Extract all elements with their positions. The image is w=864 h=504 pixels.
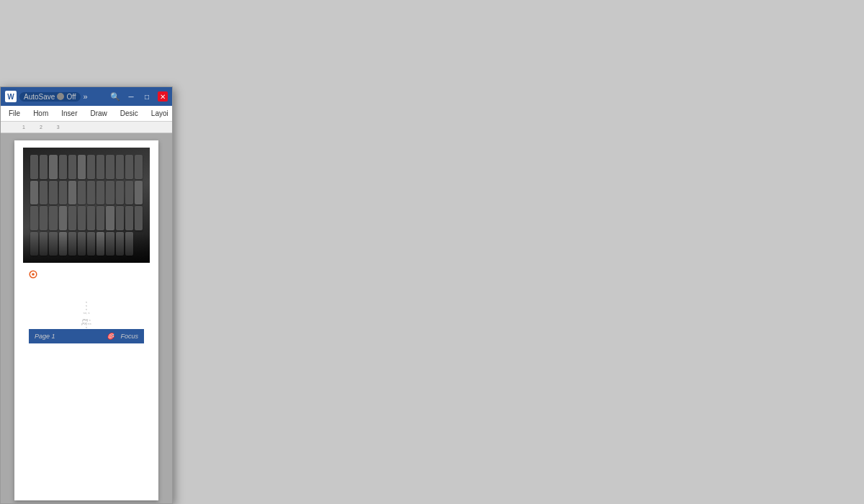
- doc-logo-icon-1: [29, 270, 37, 279]
- ruler-1: 123: [1, 122, 172, 133]
- word-window-1[interactable]: W AutoSave Off » 🔍 ─ □ ✕ File Hom Inser …: [0, 86, 173, 504]
- ribbon-layoi-1[interactable]: Layoi: [149, 109, 171, 118]
- close-btn-1[interactable]: ✕: [158, 91, 168, 102]
- ribbon-inser-1[interactable]: Inser: [59, 109, 79, 118]
- word-icon-1: W: [5, 91, 17, 102]
- doc-address-1: < < < <>, < (PH) < (FX) << < Page 1 🎯 Fo…: [29, 300, 144, 343]
- search-icon-1[interactable]: 🔍: [110, 92, 120, 102]
- focus-icon-1: 🎯: [107, 333, 114, 340]
- autosave-toggle-1[interactable]: AutoSave Off: [19, 92, 81, 102]
- title-bar-1: W AutoSave Off » 🔍 ─ □ ✕: [1, 87, 172, 106]
- ribbon-1: File Hom Inser Draw Desic Layoi Refer Ma…: [1, 106, 172, 122]
- minimize-btn-1[interactable]: ─: [126, 91, 136, 102]
- doc-content-1: < < < <>, < (PH) < (FX) << < Page 1 🎯 Fo…: [1, 133, 172, 503]
- ribbon-desic-1[interactable]: Desic: [118, 109, 140, 118]
- focus-label-1: Focus: [120, 333, 138, 340]
- keyboard-photo-1: [23, 148, 150, 263]
- status-bar-1: Page 1 🎯 Focus: [29, 329, 144, 343]
- page-1: < < < <>, < (PH) < (FX) << < Page 1 🎯 Fo…: [14, 140, 158, 500]
- svg-point-1: [32, 273, 35, 276]
- ribbon-draw-1[interactable]: Draw: [88, 109, 109, 118]
- more-options-1[interactable]: »: [84, 92, 89, 101]
- page-num-1: Page 1: [35, 333, 55, 340]
- ribbon-hom-1[interactable]: Hom: [31, 109, 50, 118]
- toggle-dot-1: [57, 93, 64, 100]
- maximize-btn-1[interactable]: □: [142, 91, 152, 102]
- ribbon-file-1[interactable]: File: [6, 109, 22, 118]
